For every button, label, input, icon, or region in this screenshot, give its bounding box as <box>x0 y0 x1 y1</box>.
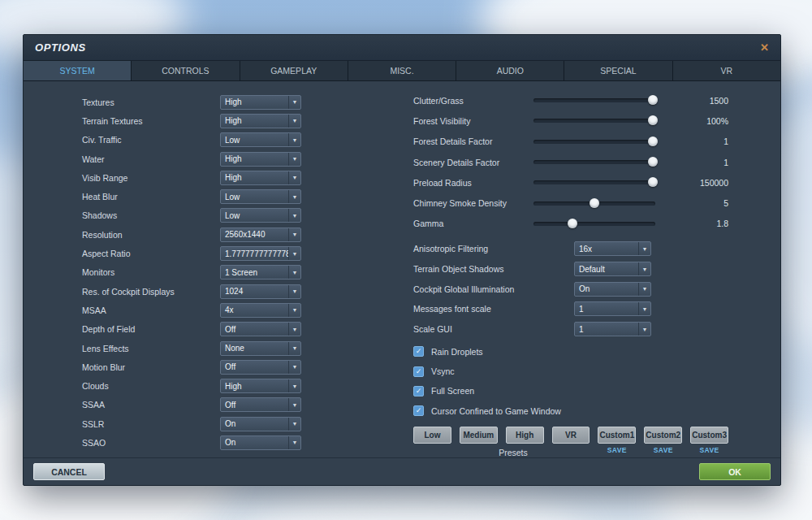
preset-button[interactable]: Low <box>413 427 451 444</box>
chevron-down-icon: ▼ <box>288 379 300 392</box>
option-row: Visib Range High ▼ <box>82 168 301 187</box>
dropdown[interactable]: 1024 ▼ <box>220 284 301 299</box>
slider-handle[interactable] <box>648 157 658 167</box>
dropdown[interactable]: 1 Screen ▼ <box>220 265 301 280</box>
slider-handle[interactable] <box>648 95 658 105</box>
slider-handle[interactable] <box>648 177 658 187</box>
dropdown-value: Off <box>221 398 288 411</box>
slider[interactable] <box>533 222 655 226</box>
checkbox[interactable]: ✓ <box>413 386 424 396</box>
dropdown[interactable]: Low ▼ <box>220 132 301 147</box>
preset-button[interactable]: Medium <box>460 427 498 444</box>
tab[interactable]: VR <box>673 61 780 80</box>
option-label: SSAA <box>82 400 220 410</box>
chevron-down-icon: ▼ <box>288 153 300 166</box>
dropdown[interactable]: 2560x1440 ▼ <box>220 228 301 242</box>
checkbox[interactable]: ✓ <box>413 366 424 377</box>
dropdown[interactable]: Low ▼ <box>220 189 301 204</box>
dropdown[interactable]: High ▼ <box>220 379 301 393</box>
option-label: Civ. Traffic <box>82 135 220 145</box>
option-row: Monitors 1 Screen ▼ <box>82 263 301 282</box>
tab-label: CONTROLS <box>162 66 209 76</box>
tab-label: SPECIAL <box>600 66 636 76</box>
slider[interactable] <box>533 202 655 206</box>
preset-column: Custom2 SAVE <box>644 427 682 457</box>
option-row: Terrain Object Shadows Default ▼ <box>413 259 728 280</box>
dropdown[interactable]: Off ▼ <box>220 397 301 412</box>
slider[interactable] <box>533 140 655 144</box>
check-icon: ✓ <box>416 368 422 375</box>
cancel-button[interactable]: CANCEL <box>33 463 105 480</box>
tab[interactable]: SYSTEM <box>24 61 132 80</box>
slider-handle[interactable] <box>590 198 599 208</box>
preset-button[interactable]: Custom1 <box>598 427 636 444</box>
slider-row: Gamma 1.8 <box>413 214 728 234</box>
slider[interactable] <box>533 119 655 123</box>
slider[interactable] <box>533 160 655 164</box>
dropdown[interactable]: Default ▼ <box>574 262 651 276</box>
option-row: SSAA Off ▼ <box>82 396 301 414</box>
preset-button[interactable]: Custom2 <box>644 427 682 444</box>
dropdown-value: On <box>575 283 638 296</box>
dropdown[interactable]: High ▼ <box>220 95 301 110</box>
tab[interactable]: CONTROLS <box>132 61 240 80</box>
tab[interactable]: MISC. <box>348 61 456 80</box>
dropdown[interactable]: On ▼ <box>574 282 651 297</box>
checkbox-group: ✓ Rain Droplets ✓ Vsync ✓ <box>413 342 728 422</box>
dropdown[interactable]: Off ▼ <box>220 322 301 336</box>
dropdown[interactable]: On ▼ <box>220 436 301 450</box>
slider[interactable] <box>533 180 655 184</box>
option-label: Lens Effects <box>82 344 220 353</box>
chevron-down-icon: ▼ <box>638 262 650 275</box>
option-label: Cockpit Global Illumination <box>413 284 574 294</box>
slider-group: Clutter/Grass 1500 Forest Visibility 100… <box>413 90 728 234</box>
dropdown[interactable]: None ▼ <box>220 341 301 356</box>
chevron-down-icon: ▼ <box>638 302 650 315</box>
dropdown[interactable]: High ▼ <box>220 171 301 185</box>
slider-value: 5 <box>655 198 728 208</box>
slider-row: Forest Visibility 100% <box>413 110 728 131</box>
slider-label: Forest Details Factor <box>413 136 533 146</box>
dropdown[interactable]: 1.7777777777778 ▼ <box>220 246 301 261</box>
dropdown[interactable]: High ▼ <box>220 152 301 167</box>
tab[interactable]: SPECIAL <box>564 61 672 80</box>
chevron-down-icon: ▼ <box>288 342 300 355</box>
tab[interactable]: GAMEPLAY <box>240 61 348 80</box>
dropdown[interactable]: 4x ▼ <box>220 303 301 318</box>
dropdown[interactable]: On ▼ <box>220 417 301 431</box>
chevron-down-icon: ▼ <box>288 361 300 374</box>
dropdown[interactable]: 16x ▼ <box>574 241 651 256</box>
preset-save-link[interactable]: SAVE <box>690 446 728 457</box>
slider-label: Gamma <box>413 219 533 228</box>
preset-button[interactable]: Custom3 <box>690 427 728 444</box>
dropdown[interactable]: Low ▼ <box>220 208 301 223</box>
dropdown-value: Low <box>221 133 288 146</box>
slider-label: Chimney Smoke Density <box>413 198 533 208</box>
cloud-image <box>244 488 585 520</box>
slider-row: Forest Details Factor 1 <box>413 132 728 152</box>
dropdown[interactable]: 1 ▼ <box>574 322 651 336</box>
dropdown[interactable]: Off ▼ <box>220 360 301 375</box>
dropdown[interactable]: High ▼ <box>220 114 301 128</box>
slider-value: 150000 <box>655 178 728 188</box>
slider-handle[interactable] <box>568 219 577 228</box>
slider-value: 1500 <box>655 96 728 106</box>
ok-button[interactable]: OK <box>699 463 771 480</box>
slider-handle[interactable] <box>648 115 658 125</box>
tab[interactable]: AUDIO <box>456 61 564 80</box>
dropdown[interactable]: 1 ▼ <box>574 301 651 316</box>
checkbox[interactable]: ✓ <box>413 346 424 357</box>
slider-handle[interactable] <box>648 136 658 146</box>
checkbox-label: Full Screen <box>431 386 474 396</box>
preset-button[interactable]: VR <box>552 427 590 444</box>
option-label: Res. of Cockpit Displays <box>82 287 220 297</box>
preset-save-link[interactable]: SAVE <box>644 446 682 457</box>
chevron-down-icon: ▼ <box>288 171 300 184</box>
preset-button[interactable]: High <box>506 427 544 444</box>
slider[interactable] <box>533 98 655 102</box>
close-icon[interactable]: ✕ <box>760 41 769 54</box>
check-icon: ✓ <box>416 348 422 355</box>
chevron-down-icon: ▼ <box>638 323 650 336</box>
checkbox[interactable]: ✓ <box>413 405 424 416</box>
option-label: SSLR <box>82 419 220 429</box>
